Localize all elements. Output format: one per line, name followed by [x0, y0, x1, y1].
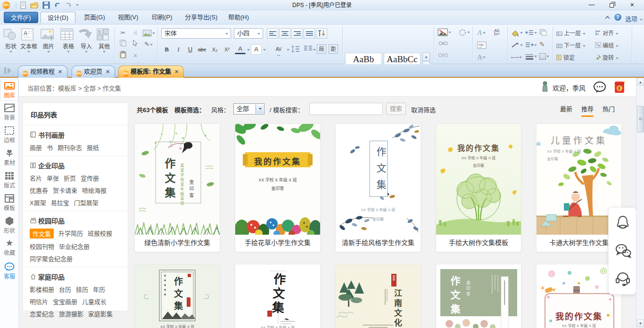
cut-icon[interactable]: ✂	[118, 28, 128, 38]
text-shadow-button[interactable]: A	[477, 53, 486, 61]
sort-recommended[interactable]: 推荐	[581, 104, 594, 117]
help-icon[interactable]: ?	[614, 14, 621, 21]
qq-icon[interactable]	[615, 214, 631, 230]
hyperlink-icon[interactable]	[438, 41, 448, 46]
close-tab-icon[interactable]: ✕	[174, 66, 179, 77]
catalog-link[interactable]: 期刊杂志	[58, 143, 82, 152]
lock-button[interactable]: 锁定	[556, 53, 575, 63]
sidebar-item-template[interactable]: 模板	[0, 192, 18, 214]
insert-shape-button[interactable]: 形状	[2, 26, 20, 61]
catalog-link[interactable]: 明信片	[30, 297, 48, 306]
copy-icon[interactable]	[118, 40, 128, 49]
underline-color-dropdown[interactable]	[247, 49, 250, 51]
crumb-all[interactable]: 全部	[83, 85, 96, 92]
catalog-link[interactable]: 升学简历	[58, 229, 83, 238]
template-search-input[interactable]	[309, 103, 383, 115]
brush-icon[interactable]: ✎	[539, 41, 545, 48]
text-convert-icon[interactable]: Abb↵	[494, 28, 500, 38]
catalog-link[interactable]: 报纸	[87, 143, 99, 152]
picture-fill-icon[interactable]	[141, 28, 156, 38]
scrollbar-thumb[interactable]	[637, 106, 644, 132]
template-card[interactable]: 我的作文集 XX 学校 X 年级 X 班 金印客 手绘花草小学生作文集	[235, 123, 321, 252]
minimize-button[interactable]: —	[584, 0, 600, 10]
paste-icon[interactable]	[118, 51, 128, 60]
spellcheck-icon[interactable]: ABC	[477, 41, 487, 49]
wechat-icon[interactable]	[615, 243, 631, 259]
font-color-dropdown[interactable]	[263, 49, 266, 51]
insert-table-button[interactable]: 表格	[59, 26, 77, 61]
catalog-link[interactable]: 恋爱纪念	[30, 309, 54, 318]
vertical-scrollbar[interactable]: ▲ ▼	[636, 78, 644, 328]
fill-color-button[interactable]	[511, 29, 523, 36]
rotate-button[interactable]: 旋转	[595, 53, 619, 63]
doc-tab-welcome[interactable]: DPS欢迎页✕	[72, 66, 115, 78]
spacing-button[interactable]: 距	[329, 44, 338, 54]
catalog-link[interactable]: 贺卡请柬	[53, 186, 77, 195]
char-spacing-button[interactable]: AV↔	[272, 44, 286, 55]
catalog-link[interactable]: 折页	[64, 173, 76, 182]
bold-button[interactable]: B	[161, 44, 172, 55]
send-backward-button[interactable]: 下一层	[556, 41, 586, 51]
menu-tab-file[interactable]: 文件(F)	[4, 12, 38, 23]
catalog-link[interactable]: 宝宝画册	[53, 297, 77, 306]
catalog-link[interactable]: 易拉宝	[51, 198, 69, 207]
catalog-link[interactable]: 儿童成长	[82, 297, 107, 306]
format-painter-icon[interactable]: ✎	[141, 40, 156, 49]
styles-scroll-up[interactable]: ▲	[422, 53, 430, 61]
crumb-template-library[interactable]: 模板库	[58, 85, 76, 92]
menu-tab-page[interactable]: 页面(G)	[77, 12, 112, 23]
options-button[interactable]: 选项	[625, 14, 643, 23]
sidebar-item-favorites[interactable]: ★ 收藏	[0, 238, 18, 259]
vertical-text-button[interactable]	[316, 28, 327, 39]
columns-dropdown[interactable]	[313, 49, 316, 51]
close-tab-icon[interactable]: ✕	[106, 66, 110, 77]
collapse-ribbon-icon[interactable]	[605, 16, 610, 21]
menu-tab-design[interactable]: 设计(D)	[41, 12, 75, 23]
sidebar-item-gallery[interactable]: 图库	[0, 79, 18, 101]
sidebar-item-layout[interactable]: 版式	[0, 170, 18, 191]
restore-button[interactable]	[603, 0, 619, 10]
select-cursor-icon[interactable]	[130, 40, 140, 49]
insert-other-button[interactable]: 5 其他	[95, 26, 113, 61]
remove-link-icon[interactable]	[438, 52, 448, 58]
template-card[interactable]: 江南文化	[335, 264, 421, 328]
catalog-link[interactable]: 喷绘海报	[82, 186, 107, 195]
catalog-link[interactable]: 校园刊物	[30, 242, 54, 251]
columns-button[interactable]	[303, 44, 314, 55]
user-avatar[interactable]	[541, 81, 549, 93]
delete-icon[interactable]: ×	[130, 51, 140, 60]
catalog-link[interactable]: 优惠券	[30, 186, 48, 195]
sidebar-item-background[interactable]: 背景	[0, 102, 18, 123]
tabbar-expand-icon[interactable]	[4, 67, 12, 74]
catalog-link[interactable]: 影楼相册	[30, 285, 54, 294]
align-center-button[interactable]	[279, 28, 290, 39]
sort-newest[interactable]: 最新	[560, 104, 572, 115]
menu-tab-help[interactable]: 帮助(H)	[222, 12, 256, 23]
sidebar-item-shape[interactable]: 形状	[0, 215, 18, 237]
font-size-select[interactable]: 小四	[234, 28, 263, 39]
duplicate-object-icon[interactable]	[539, 29, 547, 36]
style-select-arrow[interactable]	[256, 104, 264, 114]
sidebar-item-service[interactable]: 客服	[0, 261, 18, 283]
sort-popular[interactable]: 热门	[603, 104, 615, 115]
scroll-down-button[interactable]: ▼	[637, 320, 644, 327]
catalog-link[interactable]: 画册	[30, 143, 42, 152]
template-card[interactable]: 作文集 XX 学校 X 年级 X 班	[134, 264, 220, 328]
catalog-link[interactable]: 年历	[93, 285, 105, 294]
effects-gear-icon[interactable]	[458, 28, 470, 37]
catalog-link[interactable]: X展架	[30, 198, 46, 207]
replace-image-button[interactable]	[438, 28, 451, 36]
line-style-button[interactable]	[511, 41, 523, 49]
template-card[interactable]: 作文集 XX 学校 X 年级 X 班 金印客 清新手绘风格学生作文集	[335, 123, 421, 252]
line-spacing-button[interactable]	[290, 44, 301, 55]
template-card[interactable]: 作文集 XX 学校 X 年级 X 班	[235, 264, 321, 328]
scroll-up-button[interactable]: ▲	[637, 78, 644, 86]
align-right-button[interactable]	[291, 28, 303, 39]
search-button[interactable]: 搜索	[386, 103, 406, 115]
template-card[interactable]: 作文集 某某学校某年级某班 金印客 绿色清新小学生作文集	[134, 123, 220, 252]
service-headset-icon[interactable]	[615, 271, 631, 287]
paragraph-button[interactable]: 段	[317, 44, 326, 54]
catalog-link[interactable]: 毕业纪念册	[59, 242, 90, 251]
line-weight-button[interactable]	[525, 53, 537, 60]
menu-tab-share-export[interactable]: 分享导出(S)	[178, 12, 224, 23]
